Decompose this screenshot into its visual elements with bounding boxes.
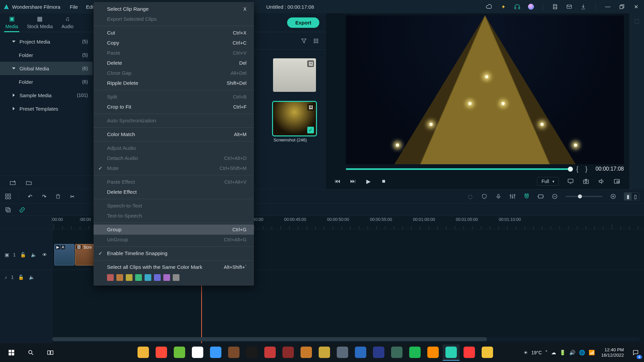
account-avatar-icon[interactable] — [528, 4, 534, 10]
fit-icon[interactable] — [537, 193, 544, 200]
timeline-view-toggle[interactable]: ▮▯ — [624, 192, 639, 200]
seek-bar[interactable] — [346, 168, 573, 170]
volume-icon[interactable] — [598, 178, 605, 185]
ctx-copy[interactable]: CopyCtrl+C — [94, 38, 254, 48]
menu-file[interactable]: File — [70, 4, 78, 10]
tray-battery-icon[interactable]: 🔋 — [559, 350, 566, 356]
tree-global-media[interactable]: Global Media (6) — [0, 62, 93, 75]
view-b[interactable]: ▯ — [632, 193, 639, 200]
lock-icon[interactable]: 🔓 — [18, 274, 24, 281]
tree-project-media[interactable]: Project Media (5) — [0, 35, 93, 48]
taskbar-app[interactable] — [153, 345, 170, 361]
media-thumb-selected[interactable]: 🖼 ✓ Screenshot (246) — [273, 102, 316, 142]
zoom-in-icon[interactable] — [610, 193, 616, 200]
timeline-scrollbar[interactable] — [52, 337, 640, 341]
taskbar-app[interactable] — [298, 345, 315, 361]
tray-volume-icon[interactable]: 🔊 — [569, 350, 576, 356]
ctx-delete-effect[interactable]: Delete Effect — [94, 187, 254, 197]
display-icon[interactable] — [567, 178, 574, 185]
taskbar-app[interactable] — [171, 345, 188, 361]
taskbar-app[interactable] — [316, 345, 333, 361]
tab-stock-media[interactable]: ▦ Stock Media — [23, 14, 56, 32]
taskbar-app[interactable] — [425, 345, 441, 361]
magnet-icon[interactable] — [523, 193, 530, 200]
view-a[interactable]: ▮ — [624, 193, 632, 200]
ctx-color-match[interactable]: Color MatchAlt+M — [94, 129, 254, 139]
mail-icon[interactable] — [566, 3, 573, 10]
ctx-ripple-delete[interactable]: Ripple DeleteShift+Del — [94, 78, 254, 88]
tab-media[interactable]: ▣ Media — [2, 14, 21, 32]
weather-temp[interactable]: 19°C — [531, 350, 542, 355]
zoom-slider[interactable] — [566, 196, 602, 197]
mark-out-icon[interactable]: } — [582, 165, 591, 173]
redo-icon[interactable]: ↷ — [41, 193, 47, 200]
mute-icon[interactable]: 🔈 — [31, 251, 37, 258]
taskbar-clock[interactable]: 12:40 PM 16/12/2022 — [598, 347, 627, 358]
stop-icon[interactable]: ■ — [380, 178, 387, 185]
ctx-crop-to-fit[interactable]: Crop to FitCtrl+F — [94, 102, 254, 112]
new-folder-icon[interactable] — [9, 179, 16, 186]
color-swatch[interactable] — [126, 274, 132, 281]
preview-zoom-select[interactable]: Full ▾ — [537, 177, 559, 186]
start-button[interactable] — [3, 345, 20, 361]
taskbar-app[interactable] — [244, 345, 260, 361]
taskbar-app[interactable] — [334, 345, 351, 361]
mute-icon[interactable]: 🔈 — [29, 274, 35, 281]
taskview-button[interactable] — [42, 345, 59, 361]
taskbar-app[interactable] — [479, 345, 496, 361]
ctx-select-same-color[interactable]: Select all Clips with the Same Color Mar… — [94, 262, 254, 272]
next-frame-icon[interactable]: ⏭ — [349, 178, 357, 185]
tab-audio[interactable]: ♫ Audio — [58, 14, 77, 32]
download-icon[interactable] — [580, 3, 587, 10]
taskbar-app[interactable] — [207, 345, 224, 361]
tray-chevron-icon[interactable]: ˄ — [545, 350, 548, 356]
notifications-button[interactable]: 4 — [630, 347, 641, 358]
color-swatch[interactable] — [135, 274, 142, 281]
weather-icon[interactable]: ☀ — [524, 350, 528, 355]
media-thumb[interactable]: 🖼 — [273, 58, 316, 92]
color-swatch[interactable] — [145, 274, 151, 281]
taskbar-app[interactable] — [189, 345, 206, 361]
headphones-icon[interactable] — [514, 3, 521, 10]
window-close-icon[interactable]: ✕ — [633, 3, 639, 10]
taskbar-app[interactable] — [225, 345, 242, 361]
ctx-group[interactable]: GroupCtrl+G — [94, 225, 254, 235]
tray-wifi-icon[interactable]: 📶 — [589, 350, 595, 356]
tree-preset-templates[interactable]: Preset Templates — [0, 102, 93, 115]
track-manager-icon[interactable] — [5, 206, 11, 213]
save-icon[interactable] — [552, 3, 558, 10]
delete-icon[interactable] — [55, 193, 61, 200]
tips-icon[interactable]: ✦ — [500, 3, 506, 10]
zoom-out-icon[interactable] — [551, 193, 558, 200]
color-swatch[interactable] — [107, 274, 114, 281]
prev-frame-icon[interactable]: ⏮ — [334, 178, 341, 185]
tree-project-folder[interactable]: Folder (5) — [0, 48, 93, 62]
taskbar-app[interactable] — [352, 345, 369, 361]
export-button[interactable]: Export — [287, 17, 319, 28]
audio-mixer-icon[interactable] — [509, 193, 516, 200]
layout-icon[interactable] — [5, 193, 11, 200]
ctx-cut[interactable]: CutCtrl+X — [94, 28, 254, 38]
play-icon[interactable]: ▶ — [365, 178, 372, 185]
taskbar-app[interactable] — [262, 345, 278, 361]
taskbar-app[interactable] — [461, 345, 478, 361]
filter-icon[interactable] — [301, 38, 307, 44]
ctx-select-clip-range[interactable]: Select Clip RangeX — [94, 4, 254, 14]
search-button[interactable] — [22, 345, 40, 361]
lock-icon[interactable]: 🔓 — [20, 251, 26, 258]
timeline-clip-a[interactable]: ▶A — [54, 244, 74, 265]
cloud-icon[interactable] — [486, 3, 492, 10]
color-swatch[interactable] — [173, 274, 179, 281]
window-minimize-icon[interactable]: ― — [604, 3, 611, 10]
taskbar-app[interactable] — [370, 345, 387, 361]
auto-reframe-icon[interactable]: ◌ — [467, 193, 474, 200]
tree-sample-media[interactable]: Sample Media (101) — [0, 88, 93, 102]
preview-viewport[interactable] — [346, 15, 624, 164]
taskbar-app[interactable] — [280, 345, 297, 361]
microphone-icon[interactable] — [495, 193, 502, 200]
taskbar-app[interactable] — [135, 345, 152, 361]
scrollbar-thumb[interactable] — [52, 337, 487, 341]
seek-knob[interactable] — [568, 167, 573, 172]
eye-icon[interactable]: 👁 — [41, 251, 48, 258]
tree-global-folder[interactable]: Folder (6) — [0, 75, 93, 88]
